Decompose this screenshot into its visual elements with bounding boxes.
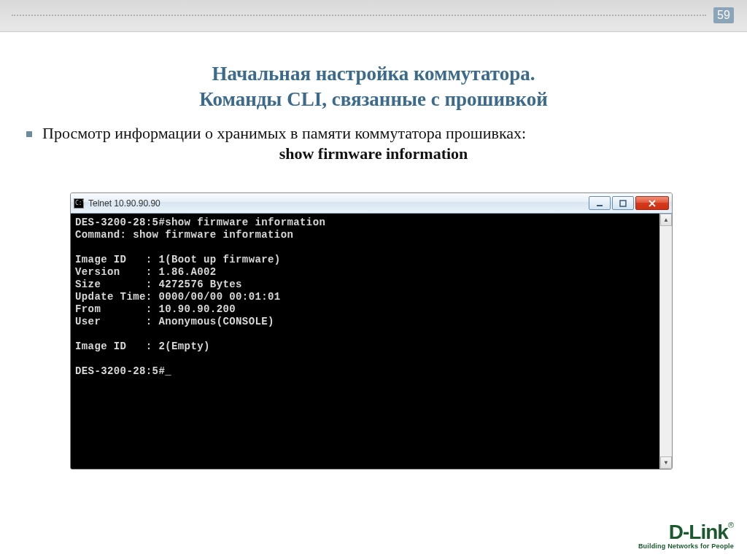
scrollbar[interactable]: ▲ ▼ xyxy=(659,214,672,469)
window-titlebar: C:\ Telnet 10.90.90.90 xyxy=(71,193,672,214)
maximize-button[interactable] xyxy=(612,196,634,210)
cmd-icon: C:\ xyxy=(74,198,84,209)
bullet-text: Просмотр информации о хранимых в памяти … xyxy=(42,124,721,143)
slide-header-bar: 59 xyxy=(0,0,747,32)
t-prompt: DES-3200-28:5# xyxy=(75,365,171,377)
t-line: Update Time: 0000/00/00 00:01:01 xyxy=(75,291,281,303)
svg-rect-0 xyxy=(597,205,603,206)
title-line-1: Начальная настройка коммутатора. xyxy=(0,61,747,87)
bullet-item: Просмотр информации о хранимых в памяти … xyxy=(26,124,721,163)
header-accent-line xyxy=(12,15,706,16)
scroll-down-icon[interactable]: ▼ xyxy=(660,456,672,469)
t-line: From : 10.90.90.200 xyxy=(75,303,236,315)
logo-registered-icon: ® xyxy=(728,521,734,529)
window-title-text: Telnet 10.90.90.90 xyxy=(88,198,587,209)
scroll-up-icon[interactable]: ▲ xyxy=(660,214,672,226)
minimize-button[interactable] xyxy=(589,196,611,210)
t-line: Image ID : 1(Boot up firmware) xyxy=(75,254,281,265)
t-line: DES-3200-28:5#show firmware information xyxy=(75,217,325,228)
t-line: User : Anonymous(CONSOLE) xyxy=(75,316,274,327)
close-button[interactable] xyxy=(635,196,669,210)
t-line: Version : 1.86.A002 xyxy=(75,266,217,278)
slide-title: Начальная настройка коммутатора. Команды… xyxy=(0,61,747,112)
t-line: Command: show firmware information xyxy=(75,229,293,241)
terminal-output[interactable]: DES-3200-28:5#show firmware information … xyxy=(71,214,659,469)
t-line: Size : 4272576 Bytes xyxy=(75,279,242,290)
logo-text: D-Link xyxy=(669,521,728,543)
bullet-marker xyxy=(26,131,32,137)
page-number: 59 xyxy=(713,7,734,23)
bullet-command: show firmware information xyxy=(26,144,721,163)
terminal-body: DES-3200-28:5#show firmware information … xyxy=(71,214,672,469)
logo-tagline: Building Networks for People xyxy=(638,542,734,550)
brand-logo: D-Link® Building Networks for People xyxy=(638,521,734,550)
terminal-window: C:\ Telnet 10.90.90.90 DES-3200-28:5#sho… xyxy=(70,192,673,470)
title-line-2: Команды CLI, связанные с прошивкой xyxy=(0,87,747,112)
scroll-track[interactable] xyxy=(660,226,672,456)
svg-rect-1 xyxy=(620,201,626,206)
t-line: Image ID : 2(Empty) xyxy=(75,341,210,352)
window-controls xyxy=(587,196,669,210)
